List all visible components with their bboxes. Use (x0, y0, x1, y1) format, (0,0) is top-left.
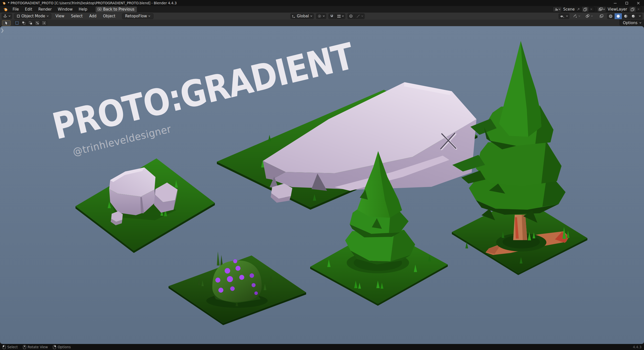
berry-bush[interactable] (212, 259, 262, 303)
proportional-edit-group (347, 13, 365, 19)
sidebar-toggle-chevron-icon[interactable]: ❯ (1, 28, 4, 33)
show-object-types-dropdown[interactable] (558, 13, 570, 19)
editor-type-button[interactable] (2, 13, 12, 19)
falloff-curve-icon (356, 14, 360, 18)
maximize-button[interactable] (621, 0, 632, 6)
shading-wireframe-button[interactable] (607, 13, 615, 19)
status-bar: Select Rotate View Options 4.4.3 (0, 344, 644, 350)
shading-solid-button[interactable] (615, 13, 622, 19)
duplicate-icon (631, 8, 634, 11)
menu-object[interactable]: Object (101, 13, 117, 19)
transform-orientation-dropdown[interactable]: Global (290, 13, 314, 19)
blender-logo-icon (2, 1, 6, 5)
menu-file[interactable]: File (10, 7, 22, 12)
pivot-icon (317, 14, 321, 18)
back-screen-icon (98, 8, 102, 11)
chevron-down-icon (47, 15, 49, 17)
solid-sphere-icon (616, 14, 620, 18)
menu-add[interactable]: Add (87, 13, 99, 19)
select-mode-group (14, 20, 48, 26)
select-mode-set-button[interactable] (14, 20, 20, 26)
scene-icon (554, 7, 558, 11)
object-mode-icon (17, 14, 20, 18)
proportional-circle-icon (349, 14, 353, 18)
menu-render[interactable]: Render (35, 7, 54, 12)
tool-settings-bar: Options (0, 20, 644, 26)
chevron-down-icon (603, 9, 605, 10)
editor-3d-viewport-icon (3, 14, 7, 18)
rendered-sphere-icon (631, 14, 635, 18)
hint-options: Options (53, 345, 71, 349)
select-mode-invert-button[interactable] (34, 20, 41, 26)
orientation-axes-icon (292, 14, 296, 18)
scene-browse-button[interactable] (553, 7, 561, 12)
menu-view[interactable]: View (53, 13, 67, 19)
viewport-options-dropdown[interactable]: Options (619, 20, 644, 26)
viewlayer-name-field[interactable]: ViewLayer (606, 7, 629, 12)
unlink-scene-button[interactable]: ✕ (588, 8, 594, 11)
magnet-icon (330, 14, 334, 18)
chevron-down-icon (310, 15, 312, 17)
viewlayer-icon (598, 7, 603, 11)
select-mode-extend-button[interactable] (20, 20, 27, 26)
wireframe-sphere-icon (609, 14, 613, 18)
xray-toggle[interactable] (598, 13, 605, 19)
select-mode-intersect-button[interactable] (41, 20, 48, 26)
shading-dropdown[interactable] (637, 13, 642, 19)
menu-select[interactable]: Select (69, 13, 85, 19)
chevron-down-icon (9, 15, 11, 17)
chevron-down-icon (578, 15, 580, 17)
proportional-edit-toggle[interactable] (347, 13, 355, 19)
window-controls (609, 0, 644, 6)
top-menu-bar: File Edit Render Window Help Back to Pre… (0, 6, 644, 13)
menu-help[interactable]: Help (76, 7, 90, 12)
snap-toggle-button[interactable] (328, 13, 336, 19)
mode-dropdown[interactable]: Object Mode (14, 13, 51, 19)
xray-icon (599, 14, 603, 18)
menu-window[interactable]: Window (55, 7, 75, 12)
select-subtract-icon (29, 21, 32, 25)
shading-material-button[interactable] (622, 13, 630, 19)
hint-select: Select (3, 345, 18, 349)
viewport-header: Object Mode View Select Add Object Retop… (0, 13, 644, 20)
snap-settings-button[interactable] (336, 13, 345, 19)
material-sphere-icon (624, 14, 628, 18)
proportional-falloff-dropdown[interactable] (355, 13, 365, 19)
snap-group (328, 13, 345, 19)
viewlayer-browse-button[interactable] (597, 7, 606, 12)
overlays-icon (585, 14, 590, 18)
blender-menu-logo-icon[interactable] (2, 7, 9, 12)
select-intersect-icon (42, 21, 46, 25)
duplicate-icon (583, 8, 587, 11)
select-mode-subtract-button[interactable] (27, 20, 34, 26)
viewlayer-selector: ViewLayer ✕ (597, 7, 641, 12)
new-scene-button[interactable] (582, 7, 588, 12)
new-viewlayer-button[interactable] (629, 7, 636, 12)
remove-viewlayer-button[interactable]: ✕ (636, 8, 641, 11)
chevron-down-icon (148, 15, 150, 17)
scene-name-field[interactable]: Scene (561, 7, 582, 12)
minimize-button[interactable] (609, 0, 621, 6)
window-title: * PROTOGRADIENT_PROTO [C:\Users\Trinh\De… (8, 1, 177, 5)
menu-edit[interactable]: Edit (22, 7, 35, 12)
overlays-toggle[interactable] (584, 13, 594, 19)
visibility-eye-icon (560, 14, 565, 18)
retopoflow-dropdown[interactable]: RetopoFlow (122, 13, 153, 19)
pivot-point-dropdown[interactable] (316, 13, 326, 19)
chevron-down-icon (342, 15, 344, 17)
gizmo-icon (573, 14, 577, 18)
gizmos-toggle[interactable] (572, 13, 582, 19)
hint-rotate-view: Rotate View (23, 345, 48, 349)
close-button[interactable] (632, 0, 644, 6)
chevron-down-icon (639, 22, 641, 24)
select-invert-icon (35, 21, 39, 25)
chevron-down-icon (591, 15, 593, 17)
pin-icon[interactable] (577, 8, 580, 11)
chevron-down-icon (566, 15, 568, 17)
back-to-previous-button[interactable]: Back to Previous (96, 7, 137, 12)
3d-viewport[interactable]: ❯ PROTO:GRADIENT @trinhleveldesigner (0, 26, 644, 344)
scene-selector: Scene ✕ (553, 7, 594, 12)
middle-mouse-icon (23, 345, 26, 349)
active-tool-select-box-button[interactable] (2, 20, 11, 26)
shading-rendered-button[interactable] (630, 13, 637, 19)
